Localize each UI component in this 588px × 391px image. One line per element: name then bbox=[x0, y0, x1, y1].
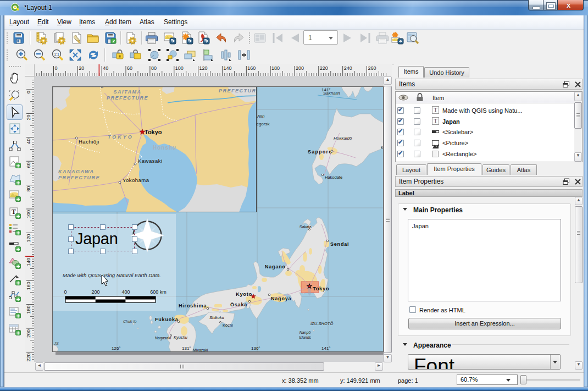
svg-text:SAITAMA: SAITAMA bbox=[114, 89, 142, 95]
svg-text:80: 80 bbox=[151, 65, 157, 71]
svg-text:Islands: Islands bbox=[299, 335, 312, 339]
svg-text:IZU-SHOTŌ: IZU-SHOTŌ bbox=[310, 321, 333, 326]
svg-text:136°: 136° bbox=[251, 346, 260, 351]
svg-text:PREFECTURE: PREFECTURE bbox=[107, 95, 148, 101]
svg-text:Miyazaki: Miyazaki bbox=[193, 348, 208, 352]
svg-text:60: 60 bbox=[127, 65, 132, 71]
svg-text:Hachiōji: Hachiōji bbox=[79, 139, 99, 145]
svg-text:Sapporo: Sapporo bbox=[308, 149, 332, 155]
svg-text:Nagasaki: Nagasaki bbox=[155, 336, 171, 340]
svg-text:Sendai: Sendai bbox=[330, 241, 349, 247]
svg-text:126°: 126° bbox=[112, 346, 121, 351]
svg-text:40: 40 bbox=[103, 65, 108, 71]
svg-text:Sakata: Sakata bbox=[299, 225, 312, 229]
svg-text:0: 0 bbox=[26, 91, 31, 93]
svg-text:180: 180 bbox=[271, 65, 280, 71]
svg-text:Kyoto: Kyoto bbox=[236, 291, 252, 297]
svg-text:TOKYO: TOKYO bbox=[108, 134, 134, 140]
svg-text:131°: 131° bbox=[182, 346, 191, 351]
svg-text:1:1: 1:1 bbox=[54, 52, 59, 56]
svg-text:Nagano: Nagano bbox=[265, 264, 286, 269]
svg-text:Japan: Japan bbox=[75, 230, 118, 247]
svg-text:400: 400 bbox=[121, 289, 130, 295]
svg-text:Nanpō: Nanpō bbox=[299, 331, 311, 335]
svg-text:Nagoya: Nagoya bbox=[271, 296, 292, 301]
svg-text:141°: 141° bbox=[321, 346, 331, 351]
svg-text:60: 60 bbox=[26, 162, 31, 168]
svg-text:0: 0 bbox=[64, 289, 66, 295]
svg-text:Honshu: Honshu bbox=[153, 145, 176, 151]
svg-text:Fukuoka: Fukuoka bbox=[155, 317, 179, 322]
svg-text:Hiroshima: Hiroshima bbox=[179, 303, 207, 309]
svg-text:140: 140 bbox=[26, 258, 31, 266]
svg-text:KANAGAWA: KANAGAWA bbox=[58, 169, 95, 174]
svg-text:Alin: Alin bbox=[257, 114, 265, 119]
svg-text:20: 20 bbox=[79, 65, 84, 71]
svg-text:Sakhalin: Sakhalin bbox=[323, 91, 340, 96]
svg-text:Shikoku: Shikoku bbox=[209, 315, 225, 320]
svg-text:160: 160 bbox=[247, 65, 256, 71]
svg-text:0: 0 bbox=[55, 65, 58, 71]
svg-text:120: 120 bbox=[26, 234, 31, 242]
svg-text:Chuk-to: Chuk-to bbox=[123, 320, 137, 323]
svg-text:200: 200 bbox=[91, 289, 99, 295]
svg-text:160: 160 bbox=[26, 282, 31, 290]
svg-text:PREFECTURE: PREFECTURE bbox=[219, 88, 260, 93]
svg-text:PREFECTURE: PREFECTURE bbox=[58, 175, 100, 180]
svg-text:200: 200 bbox=[296, 65, 304, 71]
svg-text:Kawasaki: Kawasaki bbox=[138, 158, 163, 164]
svg-text:Tokyo: Tokyo bbox=[313, 285, 329, 291]
svg-text:Kyushu: Kyushu bbox=[174, 335, 188, 340]
svg-text:100: 100 bbox=[26, 210, 31, 218]
svg-text:120: 120 bbox=[199, 65, 208, 71]
svg-text:140: 140 bbox=[223, 65, 231, 71]
svg-text:220: 220 bbox=[26, 353, 31, 361]
svg-text:180: 180 bbox=[26, 306, 31, 314]
svg-text:80: 80 bbox=[26, 186, 31, 192]
svg-text:Hakodate: Hakodate bbox=[325, 175, 342, 180]
svg-text:20: 20 bbox=[26, 114, 31, 120]
svg-text:Hokkaidō: Hokkaidō bbox=[334, 136, 352, 141]
svg-text:Kōchi: Kōchi bbox=[223, 323, 233, 328]
svg-text:Tokyo: Tokyo bbox=[145, 129, 162, 135]
svg-text:Ōsaka: Ōsaka bbox=[230, 302, 247, 307]
svg-text:200: 200 bbox=[26, 329, 31, 338]
svg-text:Yokohama: Yokohama bbox=[123, 177, 149, 183]
svg-text:JS: JS bbox=[53, 341, 59, 346]
svg-text:220: 220 bbox=[320, 65, 328, 71]
svg-text:40: 40 bbox=[26, 139, 31, 144]
svg-text:260: 260 bbox=[368, 65, 376, 71]
svg-text:240: 240 bbox=[344, 65, 352, 71]
svg-text:T: T bbox=[12, 208, 16, 216]
svg-text:Made with QGIS using Natural E: Made with QGIS using Natural Earth Data. bbox=[63, 272, 161, 278]
svg-text:100: 100 bbox=[175, 65, 184, 71]
svg-text:600 km: 600 km bbox=[150, 289, 167, 295]
